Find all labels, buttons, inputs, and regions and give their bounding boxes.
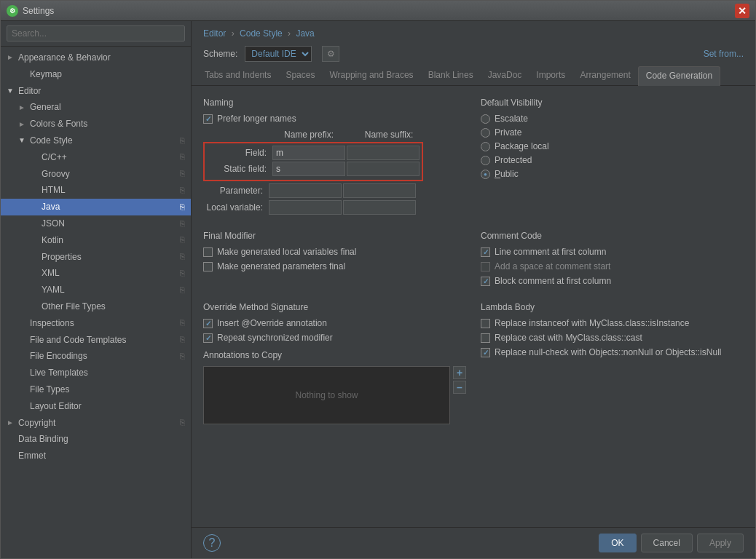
tab-tabs-and-indents[interactable]: Tabs and Indents: [197, 66, 278, 85]
sidebar-item-yaml[interactable]: YAML ⎘: [1, 282, 191, 298]
sidebar-item-html[interactable]: HTML ⎘: [1, 182, 191, 199]
sidebar-item-keymap[interactable]: Keymap: [1, 66, 191, 83]
parameter-prefix-input[interactable]: [269, 183, 342, 198]
main-content: ► Appearance & Behavior Keymap ▼ Editor …: [1, 21, 755, 558]
sidebar-item-file-code-templates[interactable]: File and Code Templates ⎘: [1, 332, 191, 349]
search-input[interactable]: [7, 25, 185, 41]
sidebar-item-emmet[interactable]: Emmet: [1, 448, 191, 464]
sidebar-item-data-binding[interactable]: Data Binding: [1, 431, 191, 448]
scheme-dropdown[interactable]: Default IDE: [245, 46, 312, 62]
parameter-suffix-input[interactable]: [343, 183, 416, 198]
sidebar-item-layout-editor[interactable]: Layout Editor: [1, 398, 191, 415]
naming-row-field: Field:: [207, 146, 420, 160]
title-bar: ⚙ Settings ✕: [1, 1, 755, 21]
tab-code-generation[interactable]: Code Generation: [638, 66, 720, 86]
block-comment-first-col-checkbox[interactable]: [481, 277, 490, 286]
local-variable-suffix-input[interactable]: [343, 200, 416, 215]
prefer-longer-label: Prefer longer names: [217, 114, 296, 124]
help-button[interactable]: ?: [203, 534, 221, 552]
prefer-longer-checkbox[interactable]: [203, 114, 213, 124]
replace-null-check-checkbox[interactable]: [481, 348, 490, 357]
sidebar-item-label: Data Binding: [18, 433, 185, 445]
apply-button[interactable]: Apply: [697, 534, 744, 552]
app-icon: ⚙: [7, 5, 18, 17]
sidebar-item-editor[interactable]: ▼ Editor: [1, 83, 191, 100]
sidebar-item-cpp[interactable]: C/C++ ⎘: [1, 149, 191, 166]
tab-imports[interactable]: Imports: [529, 66, 572, 85]
sidebar-item-java[interactable]: Java ⎘: [1, 199, 191, 215]
sidebar-item-label: Code Style: [30, 135, 177, 147]
sidebar-item-inspections[interactable]: Inspections ⎘: [1, 315, 191, 332]
main-panel: Editor › Code Style › Java Scheme: Defau…: [192, 21, 755, 558]
copy-icon: ⎘: [180, 334, 185, 345]
visibility-escalate-radio[interactable]: [481, 114, 490, 124]
sidebar-item-general[interactable]: ► General: [1, 99, 191, 116]
scheme-label: Scheme:: [203, 49, 237, 59]
copy-icon: ⎘: [180, 202, 185, 213]
sidebar-item-file-encodings[interactable]: File Encodings ⎘: [1, 348, 191, 365]
expand-arrow: ▼: [18, 135, 30, 146]
top-two-col: Naming Prefer longer names Name prefix: …: [203, 95, 744, 216]
remove-annotation-button[interactable]: –: [453, 381, 466, 394]
sidebar-item-properties[interactable]: Properties ⎘: [1, 249, 191, 266]
visibility-private-radio[interactable]: [481, 128, 490, 138]
visibility-protected-radio[interactable]: [481, 156, 490, 165]
sidebar-item-file-types[interactable]: File Types: [1, 381, 191, 398]
sidebar-item-code-style[interactable]: ▼ Code Style ⎘: [1, 132, 191, 149]
visibility-escalate-row: Escalate: [481, 114, 744, 124]
sidebar-item-label: YAML: [42, 284, 177, 296]
repeat-synchronized-checkbox[interactable]: [203, 333, 213, 343]
override-method-section: Override Method Signature Insert @Overri…: [203, 299, 466, 424]
ok-button[interactable]: OK: [599, 534, 636, 552]
tab-arrangement[interactable]: Arrangement: [572, 66, 637, 85]
sidebar-item-other-file-types[interactable]: Other File Types: [1, 298, 191, 315]
static-field-suffix-input[interactable]: [347, 162, 420, 176]
insert-override-label: Insert @Override annotation: [217, 318, 327, 328]
tab-spaces[interactable]: Spaces: [278, 66, 322, 85]
replace-instanceof-row: Replace instanceof with MyClass.class::i…: [481, 318, 744, 328]
line-comment-first-col-checkbox[interactable]: [481, 247, 490, 257]
sidebar-item-json[interactable]: JSON ⎘: [1, 215, 191, 232]
close-button[interactable]: ✕: [735, 4, 749, 18]
search-box: [1, 21, 191, 47]
field-prefix-input[interactable]: [272, 146, 345, 160]
tab-javadoc[interactable]: JavaDoc: [481, 66, 529, 85]
sidebar-item-groovy[interactable]: Groovy ⎘: [1, 166, 191, 183]
breadcrumb: Editor › Code Style › Java: [192, 21, 755, 43]
insert-override-checkbox[interactable]: [203, 319, 213, 328]
mid-two-col: Final Modifier Make generated local vari…: [203, 228, 744, 290]
sidebar-item-copyright[interactable]: ► Copyright ⎘: [1, 415, 191, 432]
add-annotation-button[interactable]: +: [453, 366, 466, 379]
replace-cast-row: Replace cast with MyClass.class::cast: [481, 333, 744, 343]
make-params-final-checkbox[interactable]: [203, 262, 213, 271]
local-variable-prefix-input[interactable]: [269, 200, 342, 215]
annotations-to-copy-section: Annotations to Copy Nothing to show + –: [203, 350, 466, 424]
set-from-link[interactable]: Set from...: [704, 49, 744, 59]
panel-content: Naming Prefer longer names Name prefix: …: [192, 86, 755, 527]
field-suffix-input[interactable]: [347, 146, 420, 160]
tab-wrapping-and-braces[interactable]: Wrapping and Braces: [322, 66, 420, 85]
replace-cast-checkbox[interactable]: [481, 333, 490, 343]
static-field-prefix-input[interactable]: [272, 162, 345, 176]
breadcrumb-editor: Editor: [203, 28, 226, 39]
make-params-final-row: Make generated parameters final: [203, 261, 466, 271]
visibility-title: Default Visibility: [481, 98, 744, 108]
sidebar-item-kotlin[interactable]: Kotlin ⎘: [1, 232, 191, 249]
visibility-escalate-label: Escalate: [495, 114, 528, 124]
make-local-final-checkbox[interactable]: [203, 247, 213, 257]
add-space-comment-checkbox[interactable]: [481, 262, 490, 271]
add-space-comment-row: Add a space at comment start: [481, 261, 744, 271]
sidebar-item-colors-fonts[interactable]: ► Colors & Fonts: [1, 116, 191, 132]
sidebar-item-appearance[interactable]: ► Appearance & Behavior: [1, 49, 191, 66]
line-comment-first-col-label: Line comment at first column: [495, 247, 606, 257]
scheme-gear-button[interactable]: ⚙: [322, 46, 339, 62]
static-field-label: Static field:: [207, 164, 272, 174]
tab-blank-lines[interactable]: Blank Lines: [421, 66, 481, 85]
sidebar-item-live-templates[interactable]: Live Templates: [1, 365, 191, 381]
visibility-package-local-radio[interactable]: [481, 142, 490, 151]
copy-icon: ⎘: [180, 285, 185, 296]
replace-instanceof-checkbox[interactable]: [481, 319, 490, 328]
visibility-public-radio[interactable]: [481, 170, 490, 179]
sidebar-item-xml[interactable]: XML ⎘: [1, 265, 191, 282]
cancel-button[interactable]: Cancel: [641, 534, 693, 552]
